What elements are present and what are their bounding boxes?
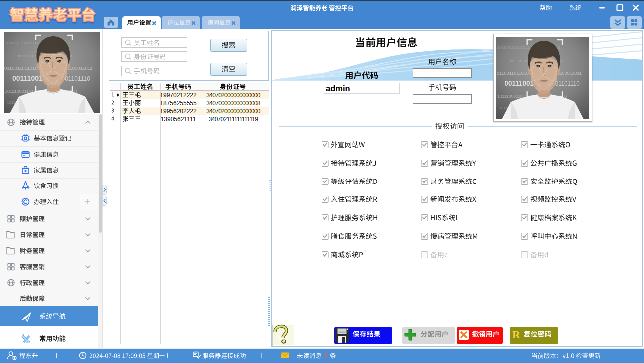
svg-text:help: help	[277, 335, 287, 341]
